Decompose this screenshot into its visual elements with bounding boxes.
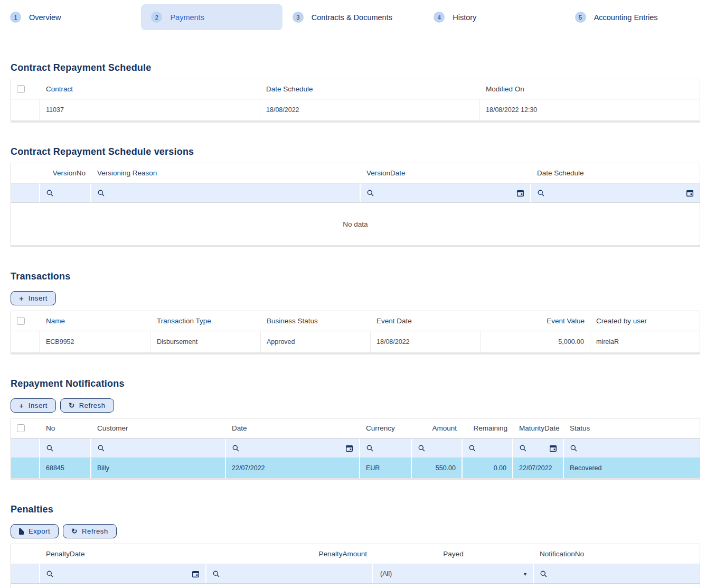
- select-all-cell: [11, 418, 40, 438]
- column-header-notificationno[interactable]: NotificationNo: [534, 544, 700, 564]
- plus-icon: +: [19, 401, 24, 410]
- search-icon: [98, 445, 105, 452]
- cell-status: Recovered: [564, 458, 700, 478]
- filter-currency[interactable]: [360, 438, 412, 458]
- column-header-modified-on[interactable]: Modified On: [480, 79, 700, 99]
- search-icon: [232, 445, 239, 452]
- filter-penaltyamount[interactable]: [206, 564, 373, 583]
- column-header-no[interactable]: No: [40, 418, 91, 438]
- export-button-label: Export: [29, 527, 50, 535]
- column-header-versioning-reason[interactable]: Versioning Reason: [91, 163, 361, 183]
- tab-payments[interactable]: 2 Payments: [141, 4, 282, 30]
- row-checkbox-cell: [11, 99, 40, 120]
- calendar-icon[interactable]: [550, 445, 557, 452]
- calendar-icon[interactable]: [192, 571, 199, 577]
- select-all-checkbox[interactable]: [17, 317, 25, 325]
- tab-accounting-entries[interactable]: 5 Accounting Entries: [565, 4, 706, 30]
- export-button[interactable]: Export: [11, 524, 59, 538]
- tab-label: History: [453, 13, 476, 22]
- tab-overview[interactable]: 1 Overview: [0, 4, 141, 30]
- section-title-repayment-notifications: Repayment Notifications: [11, 378, 706, 389]
- refresh-button[interactable]: ↻ Refresh: [63, 524, 117, 538]
- filter-payed-select[interactable]: (All) ▾: [373, 564, 534, 583]
- column-header-event-value[interactable]: Event Value: [481, 311, 590, 331]
- section-title-transactions: Transactions: [11, 271, 706, 282]
- search-icon: [98, 190, 105, 197]
- filter-customer[interactable]: [91, 438, 226, 458]
- refresh-button-label: Refresh: [82, 527, 108, 535]
- cell-date-schedule: 18/08/2022: [260, 99, 480, 120]
- calendar-icon[interactable]: [686, 190, 693, 197]
- filter-penaltydate[interactable]: [40, 564, 206, 583]
- cell-no: 68845: [40, 458, 91, 478]
- column-header-customer[interactable]: Customer: [91, 418, 226, 438]
- section-title-versions: Contract Repayment Schedule versions: [11, 146, 706, 157]
- calendar-icon[interactable]: [346, 445, 353, 452]
- refresh-icon: ↻: [71, 527, 77, 535]
- column-header-maturitydate[interactable]: MaturityDate: [513, 418, 564, 438]
- column-header-amount[interactable]: Amount: [412, 418, 463, 438]
- column-header-versiondate[interactable]: VersionDate: [361, 163, 531, 183]
- cell-event-date: 18/08/2022: [371, 331, 481, 352]
- column-header-currency[interactable]: Currency: [360, 418, 412, 438]
- column-header-status[interactable]: Status: [564, 418, 700, 438]
- column-header-date-schedule[interactable]: Date Schedule: [260, 79, 480, 99]
- column-header-penaltydate[interactable]: PenaltyDate: [40, 544, 206, 564]
- column-header-payed[interactable]: Payed: [373, 544, 534, 564]
- tab-label: Overview: [29, 13, 61, 22]
- tab-contracts-documents[interactable]: 3 Contracts & Documents: [283, 4, 423, 30]
- select-all-checkbox[interactable]: [17, 85, 25, 93]
- search-icon: [46, 445, 53, 452]
- cell-remaining: 0.00: [463, 458, 513, 478]
- filter-status[interactable]: [564, 438, 700, 458]
- filter-no[interactable]: [40, 438, 91, 458]
- column-header-remaining[interactable]: Remaining: [463, 418, 513, 438]
- filter-remaining[interactable]: [463, 438, 513, 458]
- search-icon: [538, 190, 544, 197]
- filter-versiondate[interactable]: [361, 183, 531, 202]
- insert-button[interactable]: + Insert: [11, 398, 56, 413]
- search-icon: [418, 445, 425, 452]
- filter-empty-cell: [11, 564, 40, 583]
- cell-transaction-type: Disbursement: [151, 331, 261, 352]
- insert-button[interactable]: + Insert: [11, 291, 56, 305]
- column-header-business-status[interactable]: Business Status: [261, 311, 371, 331]
- tab-number-badge: 3: [293, 12, 304, 23]
- column-header-date[interactable]: Date: [226, 418, 360, 438]
- tab-number-badge: 1: [10, 12, 21, 23]
- search-icon: [213, 571, 220, 577]
- cell-created-by-user: mirelaR: [590, 331, 700, 352]
- filter-amount[interactable]: [412, 438, 463, 458]
- column-header-penaltyamount[interactable]: PenaltyAmount: [206, 544, 373, 564]
- search-icon: [520, 445, 526, 452]
- cell-maturitydate: 22/07/2022: [513, 458, 564, 478]
- refresh-button[interactable]: ↻ Refresh: [60, 398, 114, 413]
- cell-customer: Billy: [91, 458, 226, 478]
- filter-date[interactable]: [226, 438, 360, 458]
- filter-maturitydate[interactable]: [513, 438, 564, 458]
- search-icon: [469, 445, 476, 452]
- column-header-versionno[interactable]: VersionNo: [40, 163, 91, 183]
- calendar-icon[interactable]: [517, 190, 524, 197]
- cell-event-value: 5,000.00: [481, 331, 590, 352]
- tab-history[interactable]: 4 History: [423, 4, 564, 30]
- table-row-selected[interactable]: 68845 Billy 22/07/2022 EUR 550.00 0.00 2…: [11, 458, 700, 478]
- column-header-created-by-user[interactable]: Created by user: [590, 311, 700, 331]
- select-all-cell: [11, 79, 40, 99]
- column-header-contract[interactable]: Contract: [40, 79, 260, 99]
- column-header-name[interactable]: Name: [40, 311, 151, 331]
- column-header-date-schedule[interactable]: Date Schedule: [531, 163, 700, 183]
- filter-notificationno[interactable]: [534, 564, 700, 583]
- filter-versionno[interactable]: [40, 183, 91, 202]
- tab-label: Accounting Entries: [594, 13, 658, 22]
- section-title-contract-repayment-schedule: Contract Repayment Schedule: [11, 62, 706, 73]
- table-row[interactable]: ECB9952 Disbursement Approved 18/08/2022…: [11, 331, 700, 352]
- cell-modified-on: 18/08/2022 12:30: [480, 99, 700, 120]
- filter-date-schedule[interactable]: [531, 183, 700, 202]
- filter-versioning-reason[interactable]: [91, 183, 361, 202]
- tab-number-badge: 2: [151, 12, 162, 23]
- column-header-transaction-type[interactable]: Transaction Type: [151, 311, 261, 331]
- table-row[interactable]: 11037 18/08/2022 18/08/2022 12:30: [11, 99, 700, 120]
- column-header-event-date[interactable]: Event Date: [371, 311, 481, 331]
- select-all-checkbox[interactable]: [17, 424, 25, 432]
